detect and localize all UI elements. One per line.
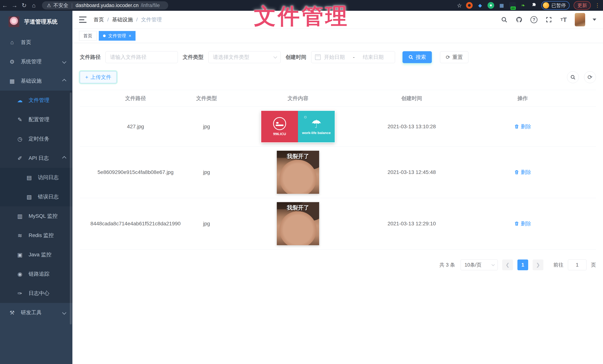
bed-icon (273, 117, 286, 130)
annotation-title: 文件管理 (254, 1, 349, 31)
sidebar-item-label: 文件管理 (29, 97, 49, 104)
banner-right-caption: work-life balance (302, 131, 331, 135)
refresh-table-button[interactable]: ⟳ (584, 71, 596, 83)
bookmark-star-icon[interactable]: ☆ (457, 2, 462, 9)
meme-caption: 我裂开了 (277, 204, 319, 212)
chevron-down-icon (273, 55, 277, 58)
url-path: /infra/file (141, 3, 160, 8)
reset-button[interactable]: ⟳ 重置 (440, 51, 468, 63)
edit-icon: ✎ (17, 116, 23, 123)
sidebar-item-redis-monitor[interactable]: ≋ Redis 监控 (0, 226, 72, 245)
banner-left-caption: 996.ICU (273, 132, 286, 136)
goto-page-input[interactable] (568, 260, 586, 270)
page-number-1[interactable]: 1 (517, 260, 528, 270)
browser-back-icon[interactable]: ← (0, 2, 10, 9)
sidebar-scrollbar[interactable] (70, 92, 72, 324)
tab-file-management[interactable]: 文件管理 × (99, 31, 136, 41)
fullscreen-icon[interactable] (545, 16, 553, 23)
sidebar-item-label: 基础设施 (21, 77, 42, 84)
user-avatar[interactable] (575, 13, 585, 26)
sidebar-item-label: Redis 监控 (29, 232, 54, 239)
page-size-select[interactable]: 10条/页 (461, 260, 498, 270)
browser-reload-icon[interactable]: ↻ (19, 2, 29, 9)
sidebar-item-file-management[interactable]: ☁ 文件管理 (0, 91, 72, 110)
monitor-icon: ▦ (9, 78, 15, 84)
sidebar-item-label: 研发工具 (21, 309, 42, 316)
umbrella-icon: ☂ (311, 118, 322, 130)
cell-file-path: 427.jpg (80, 124, 191, 130)
page-unit-label: 页 (591, 262, 596, 268)
delete-button[interactable]: 删除 (514, 169, 531, 176)
sidebar-item-log-center[interactable]: ✑ 日志中心 (0, 284, 72, 303)
delete-button[interactable]: 删除 (514, 220, 531, 227)
file-thumbnail-baby-meme[interactable]: 我裂开了 (277, 202, 319, 245)
upload-file-button[interactable]: + 上传文件 (80, 71, 116, 83)
sidebar-collapse-icon[interactable] (79, 17, 87, 23)
sidebar-item-java-monitor[interactable]: ▣ Java 监控 (0, 245, 72, 264)
cell-file-path: 5e8609290e915c4fa8b08e67.jpg (80, 169, 191, 175)
chevron-up-icon (62, 79, 67, 83)
sidebar-item-scheduled-tasks[interactable]: ◷ 定时任务 (0, 129, 72, 148)
main-area: 首页 / 基础设施 / 文件管理 ? (72, 11, 603, 364)
extension-grid-icon[interactable]: ▦ (498, 2, 505, 9)
sidebar-item-error-log[interactable]: ▧ 错误日志 (0, 187, 72, 206)
search-icon (408, 55, 413, 60)
next-page-button[interactable]: ❯ (533, 260, 543, 270)
sidebar-item-link-tracing[interactable]: ◉ 链路追踪 (0, 264, 72, 284)
cell-file-content: 996.ICU ☼ ☂ work-life balance (222, 111, 374, 142)
extensions-puzzle-icon[interactable] (531, 2, 537, 9)
delete-button[interactable]: 删除 (514, 123, 531, 130)
file-path-label: 文件路径 (80, 54, 101, 61)
breadcrumb-infra[interactable]: 基础设施 (112, 16, 133, 23)
browser-update-button[interactable]: 更新 (574, 1, 591, 10)
extension-green-check-icon[interactable] (487, 2, 494, 9)
insecure-label[interactable]: 不安全 (53, 2, 68, 9)
sidebar-item-access-log[interactable]: ▤ 访问日志 (0, 168, 72, 187)
tab-close-icon[interactable]: × (129, 33, 131, 38)
profile-paused-badge[interactable]: 已暂停 (541, 1, 569, 10)
sidebar-item-infra[interactable]: ▦ 基础设施 (0, 71, 72, 91)
cell-file-type: jpg (191, 221, 222, 227)
breadcrumb-home[interactable]: 首页 (93, 16, 104, 23)
breadcrumb-separator: / (107, 17, 109, 23)
browser-home-icon[interactable]: ⌂ (29, 2, 39, 9)
sidebar-item-api-log[interactable]: ✐ API 日志 (0, 148, 72, 168)
help-icon[interactable]: ? (530, 16, 538, 23)
extension-orange-icon[interactable] (466, 2, 473, 9)
date-range-picker[interactable]: 开始日期 - 结束日期 (311, 51, 395, 63)
file-path-input[interactable] (105, 51, 178, 63)
delete-label: 删除 (521, 169, 531, 176)
tab-home[interactable]: 首页 (79, 31, 96, 41)
file-thumbnail-996-banner[interactable]: 996.ICU ☼ ☂ work-life balance (261, 111, 335, 142)
sidebar-item-config[interactable]: ✎ 配置管理 (0, 110, 72, 129)
file-type-label: 文件类型 (183, 54, 203, 61)
search-button[interactable]: 搜索 (403, 51, 432, 63)
font-size-icon[interactable]: TT (560, 16, 567, 23)
browser-forward-icon[interactable]: → (10, 2, 19, 9)
search-icon[interactable] (500, 16, 508, 23)
tab-active-dot (103, 34, 106, 37)
sidebar-item-home[interactable]: ⌂ 首页 (0, 33, 72, 52)
meme-caption: 我裂开了 (277, 153, 319, 160)
extension-on-badge-icon[interactable] (509, 2, 516, 9)
address-bar[interactable]: ⚠ 不安全 | dashboard.yudao.iocoder.cn/infra… (42, 1, 168, 10)
sidebar-item-dev-tools[interactable]: ⚒ 研发工具 (0, 303, 72, 322)
file-thumbnail-baby-meme[interactable]: 我裂开了 (277, 151, 319, 194)
sun-icon: ☼ (303, 114, 308, 120)
show-search-button[interactable] (567, 71, 579, 83)
extension-leaf-icon[interactable]: ❧ (520, 2, 526, 9)
sidebar-item-mysql-monitor[interactable]: ▥ MySQL 监控 (0, 206, 72, 226)
prev-page-button[interactable]: ❮ (502, 260, 513, 270)
col-file-path: 文件路径 (80, 95, 191, 102)
sidebar-item-system[interactable]: ⚙ 系统管理 (0, 52, 72, 71)
extension-drop-icon[interactable]: ◆ (477, 2, 483, 9)
reset-label: 重置 (452, 54, 463, 61)
breadcrumb-current: 文件管理 (141, 16, 162, 23)
filter-form: 文件路径 文件类型 请选择文件类型 创建时间 开始日期 - 结束日期 (80, 51, 596, 63)
file-type-select[interactable]: 请选择文件类型 (208, 51, 281, 63)
document-error-icon: ▧ (26, 193, 32, 200)
github-icon[interactable] (515, 16, 523, 23)
user-menu-caret-icon[interactable] (593, 19, 596, 21)
create-time-label: 创建时间 (286, 54, 306, 61)
browser-menu-kebab-icon[interactable]: ⋮ (595, 4, 600, 6)
